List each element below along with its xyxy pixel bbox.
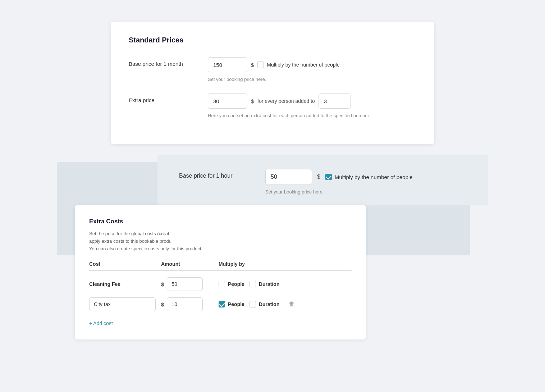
base-price-month-controls: $ Multiply by the number of people Set y… [208,57,340,82]
cleaning-fee-multiply: People Duration [219,281,352,287]
extra-price-input[interactable] [208,94,247,109]
city-tax-delete-icon[interactable]: 🗑 [289,301,294,307]
base-price-hour-input[interactable] [265,169,312,185]
standard-prices-title: Standard Prices [129,36,416,44]
cleaning-fee-duration-label[interactable]: Duration [249,281,280,287]
multiply-people-month-checkbox[interactable] [257,61,264,68]
multiply-people-hour-checkbox[interactable] [325,174,332,180]
base-price-hour-label: Base price for 1 hour [179,169,265,179]
city-tax-row: $ People Duration 🗑 [89,297,352,311]
city-tax-currency: $ [161,301,164,307]
add-cost-link[interactable]: + Add cost [89,320,113,326]
base-price-hour-currency: $ [317,174,320,180]
costs-table-header: Cost Amount Multiply by [89,261,352,271]
extra-price-person-input[interactable] [319,94,351,109]
city-tax-name-wrapper [89,297,161,311]
base-price-hour-hint: Set your booking price here. [265,189,467,195]
city-tax-people-checkbox[interactable] [219,301,225,307]
cleaning-fee-duration-checkbox[interactable] [249,281,256,287]
city-tax-amount-input[interactable] [167,297,203,311]
base-price-month-currency: $ [251,62,254,68]
cleaning-fee-currency: $ [161,281,164,287]
city-tax-people-text: People [228,301,244,307]
cleaning-fee-people-checkbox[interactable] [219,281,225,287]
base-price-hour-row: Base price for 1 hour $ Multiply by the … [179,169,467,185]
city-tax-people-label[interactable]: People [219,301,244,307]
extra-price-row: Extra price $ for every person added to … [129,94,416,118]
base-price-month-hint: Set your booking price here. [208,77,340,82]
extra-price-label: Extra price [129,94,208,103]
multiply-people-hour-label[interactable]: Multiply by the number of people [325,174,413,180]
col-header-amount: Amount [161,261,219,267]
multiply-people-month-text: Multiply by the number of people [267,62,339,68]
extra-costs-title: Extra Costs [89,218,352,225]
base-price-month-row: Base price for 1 month $ Multiply by the… [129,57,416,82]
extra-costs-card: Extra Costs Set the price for the global… [75,205,366,339]
cleaning-fee-name: Cleaning Fee [89,281,161,287]
city-tax-multiply: People Duration 🗑 [219,301,352,307]
col-header-multiply: Multiply by [219,261,352,267]
cleaning-fee-amount-input[interactable] [167,277,203,291]
cleaning-fee-people-text: People [228,281,244,287]
city-tax-duration-label[interactable]: Duration [249,301,280,307]
city-tax-amount-wrapper: $ [161,297,219,311]
extra-price-controls: $ for every person added to Here you can… [208,94,370,118]
extra-price-middle-text: for every person added to [257,98,315,104]
city-tax-name-input[interactable] [89,297,156,311]
base-price-month-input[interactable] [208,57,247,72]
city-tax-duration-text: Duration [259,301,280,307]
extra-costs-desc: Set the price for the global costs (crea… [89,230,352,252]
city-tax-duration-checkbox[interactable] [249,301,256,307]
cleaning-fee-duration-text: Duration [259,281,280,287]
col-header-cost: Cost [89,261,161,267]
cleaning-fee-row: Cleaning Fee $ People Duration [89,277,352,291]
extra-price-hint: Here you can set an extra cost for each … [208,113,370,118]
multiply-people-hour-text: Multiply by the number of people [335,174,413,180]
multiply-people-month-label[interactable]: Multiply by the number of people [257,61,339,68]
extra-price-currency: $ [251,98,254,104]
base-price-month-label: Base price for 1 month [129,57,208,67]
hour-section: Base price for 1 hour $ Multiply by the … [157,155,488,205]
cleaning-fee-people-label[interactable]: People [219,281,244,287]
cleaning-fee-amount-wrapper: $ [161,277,219,291]
base-price-hour-controls: $ Multiply by the number of people [265,169,467,185]
